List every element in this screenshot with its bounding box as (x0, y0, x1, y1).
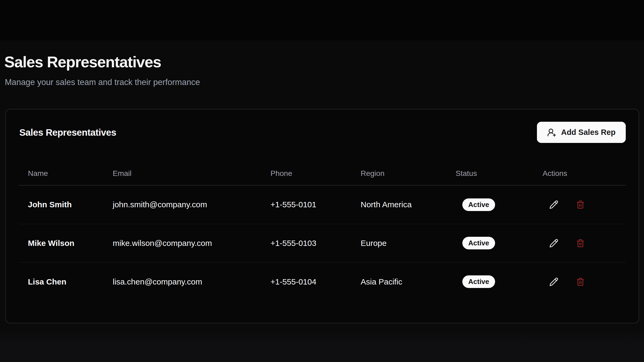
cell-actions (533, 276, 626, 288)
cell-region: Asia Pacific (352, 277, 447, 286)
delete-button[interactable] (575, 276, 586, 288)
trash-icon (576, 200, 585, 209)
page-subtitle: Manage your sales team and track their p… (5, 77, 200, 88)
delete-button[interactable] (575, 237, 586, 249)
column-header-email: Email (104, 169, 261, 178)
add-sales-rep-button[interactable]: Add Sales Rep (537, 122, 626, 143)
page-title: Sales Representatives (4, 53, 161, 71)
cell-email: john.smith@company.com (104, 200, 261, 209)
cell-phone: +1-555-0103 (261, 239, 352, 248)
column-header-actions: Actions (533, 169, 626, 178)
sales-reps-table: Name Email Phone Region Status Actions J… (19, 143, 626, 301)
cell-region: Europe (352, 239, 447, 248)
edit-button[interactable] (548, 199, 560, 210)
edit-button[interactable] (548, 237, 560, 249)
cell-phone: +1-555-0104 (261, 277, 352, 286)
trash-icon (576, 239, 585, 248)
status-badge: Active (462, 275, 495, 288)
cell-actions (533, 237, 626, 249)
status-badge: Active (462, 198, 495, 211)
pencil-icon (549, 277, 558, 286)
column-header-phone: Phone (261, 169, 352, 178)
table-row: Mike Wilson mike.wilson@company.com +1-5… (19, 224, 626, 263)
column-header-region: Region (352, 169, 447, 178)
table-row: Lisa Chen lisa.chen@company.com +1-555-0… (19, 263, 626, 301)
cell-email: mike.wilson@company.com (104, 239, 261, 248)
cell-region: North America (352, 200, 447, 209)
sales-representatives-card: Sales Representatives Add Sales Rep Name… (5, 109, 639, 323)
cell-name: John Smith (19, 200, 104, 209)
column-header-status: Status (447, 169, 533, 178)
table-row: John Smith john.smith@company.com +1-555… (19, 186, 626, 224)
card-title: Sales Representatives (19, 127, 116, 138)
table-header-row: Name Email Phone Region Status Actions (19, 143, 626, 186)
trash-icon (576, 278, 585, 286)
card-header: Sales Representatives Add Sales Rep (6, 109, 639, 143)
user-plus-icon (547, 128, 556, 137)
column-header-name: Name (19, 169, 104, 178)
pencil-icon (549, 239, 558, 248)
cell-email: lisa.chen@company.com (104, 277, 261, 286)
add-sales-rep-label: Add Sales Rep (561, 128, 616, 137)
pencil-icon (549, 200, 558, 209)
delete-button[interactable] (575, 199, 586, 210)
cell-actions (533, 199, 626, 210)
cell-name: Mike Wilson (19, 239, 104, 248)
cell-phone: +1-555-0101 (261, 200, 352, 209)
top-chrome-band (0, 0, 644, 40)
footer-band (0, 332, 644, 362)
cell-name: Lisa Chen (19, 277, 104, 286)
status-badge: Active (462, 237, 495, 249)
edit-button[interactable] (548, 276, 560, 288)
